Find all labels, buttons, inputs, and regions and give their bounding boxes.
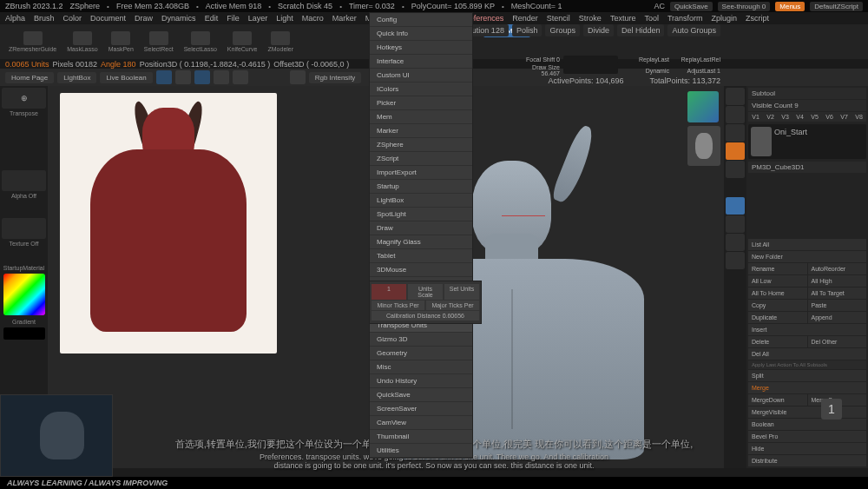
brush-masklasso[interactable]: MaskLasso [63, 30, 101, 54]
menus-button[interactable]: Menus [775, 2, 805, 11]
brush-zmodeler[interactable]: ZModeler [264, 30, 297, 54]
menu-color[interactable]: Color [63, 14, 82, 23]
menu-marker[interactable]: Marker [332, 14, 357, 23]
calibration-distance[interactable]: Calibration Distance 0.60656 [372, 311, 479, 320]
menu-document[interactable]: Document [90, 14, 126, 23]
point-counts: ActivePoints: 104,696TotalPoints: 113,37… [548, 76, 720, 85]
color-picker[interactable] [3, 274, 45, 315]
draw-icon[interactable] [175, 70, 191, 84]
menu-light[interactable]: Light [276, 14, 293, 23]
actual-icon[interactable] [726, 106, 745, 123]
drawsize-slider[interactable] [563, 67, 618, 74]
subtool-item-oni[interactable]: Oni_Start [748, 124, 866, 159]
menu-render[interactable]: Render [512, 14, 538, 23]
gradient-swatch[interactable] [3, 327, 45, 340]
5pts-icon[interactable] [726, 88, 745, 105]
title-bar: ZBrush 2023.1.2 ZSphere• Free Mem 23.408… [0, 0, 868, 12]
set-units-button[interactable]: Set Units [444, 284, 479, 300]
draw-sliders: Focal Shift 0 ReplayLastReplayLastRel Dr… [512, 56, 720, 76]
menu-file[interactable]: File [227, 14, 240, 23]
brush-selectlasso[interactable]: SelectLasso [181, 30, 220, 54]
homepage-button[interactable]: Home Page [5, 72, 54, 83]
menu-texture[interactable]: Texture [610, 14, 636, 23]
script-button[interactable]: DefaultZScript [810, 2, 863, 11]
menu-stroke[interactable]: Stroke [579, 14, 602, 23]
rotate-icon[interactable] [726, 252, 745, 269]
subtool-panel: Subtool Visible Count 9 V1 V2 V3 V4 V5 V… [746, 86, 868, 468]
zoom-icon[interactable] [726, 234, 745, 251]
quicksave-button[interactable]: QuickSave [670, 2, 713, 11]
menu-macro[interactable]: Macro [302, 14, 324, 23]
brush-zremesher[interactable]: ZRemesherGuide [5, 30, 60, 54]
dynamesh-options: Resolution 128 Polish Groups Divide Del … [448, 24, 720, 36]
divide-button[interactable]: Divide [583, 24, 614, 36]
axis-indicator[interactable] [687, 91, 719, 122]
gpv-icon[interactable] [726, 197, 745, 215]
v1-tab[interactable]: V1 [748, 112, 763, 122]
menu-transform[interactable]: Transform [667, 14, 703, 23]
edit-icon[interactable] [156, 70, 172, 84]
autogroups-button[interactable]: Auto Groups [667, 24, 720, 36]
move-icon[interactable] [194, 70, 210, 84]
app-name: ZBrush 2023.1.2 [5, 2, 63, 10]
menu-edit[interactable]: Edit [205, 14, 219, 23]
rotate-icon[interactable] [233, 70, 248, 84]
bottom-banner: ALWAYS LEARNING / ALWAYS IMPROVING [0, 477, 868, 489]
menu-brush[interactable]: Brush [34, 14, 55, 23]
menu-zplugin[interactable]: Zplugin [712, 14, 738, 23]
listall-button[interactable]: List All [748, 239, 866, 250]
rgbintensity-button[interactable]: Rgb Intensity [309, 72, 362, 83]
scale-icon[interactable] [214, 70, 229, 84]
pref-config[interactable]: Config [370, 13, 472, 27]
menu-stencil[interactable]: Stencil [547, 14, 570, 23]
lightbox-button[interactable]: LightBox [57, 72, 96, 83]
polish-button[interactable]: Polish [512, 24, 542, 36]
focal-slider[interactable] [563, 56, 618, 63]
mrgb-icon[interactable] [290, 70, 306, 84]
seethrough-button[interactable]: See-through 0 [718, 2, 771, 11]
units-scale-value[interactable]: 1 [372, 284, 406, 300]
subtool-item-cube[interactable]: PM3D_Cube3D1 [748, 162, 866, 173]
brush-selectrect[interactable]: SelectRect [141, 30, 177, 54]
liveboolean-button[interactable]: Live Boolean [100, 72, 152, 83]
menu-alpha[interactable]: Alpha [5, 14, 25, 23]
right-icon-strip [724, 86, 746, 468]
menu-tool[interactable]: Tool [644, 14, 659, 23]
texture-tool[interactable] [2, 218, 46, 239]
menu-layer[interactable]: Layer [248, 14, 268, 23]
camview-thumbnail[interactable] [687, 126, 720, 166]
delhidden-button[interactable]: Del Hidden [617, 24, 665, 36]
view-number-badge: 1 [821, 399, 842, 420]
preferences-dropdown: Config Quick Info Hotkeys Interface Cust… [369, 12, 473, 459]
transpose-units-submenu: 1Units ScaleSet Units Minor Ticks PerMaj… [369, 281, 482, 324]
subtool-header[interactable]: Subtool [748, 88, 866, 99]
menu-draw[interactable]: Draw [135, 14, 153, 23]
menu-zscript[interactable]: Zscript [746, 14, 769, 23]
sculpt-model[interactable] [299, 86, 724, 468]
menu-dynamics[interactable]: Dynamics [161, 14, 196, 23]
newfolder-button[interactable]: New Folder [748, 251, 866, 262]
dynamic-icon[interactable] [726, 161, 745, 178]
floor-icon[interactable] [726, 142, 745, 160]
alpha-tool[interactable] [2, 170, 46, 191]
transpose-gizmo[interactable] [489, 189, 558, 241]
reference-image[interactable] [60, 93, 277, 354]
persp-icon[interactable] [726, 124, 745, 142]
nav-icon[interactable] [726, 215, 745, 233]
transpose-tool[interactable]: ⊕ [2, 88, 46, 109]
brush-maskpen[interactable]: MaskPen [105, 30, 137, 54]
groups-button[interactable]: Groups [545, 24, 580, 36]
brush-knifecurve[interactable]: KnifeCurve [224, 30, 261, 54]
